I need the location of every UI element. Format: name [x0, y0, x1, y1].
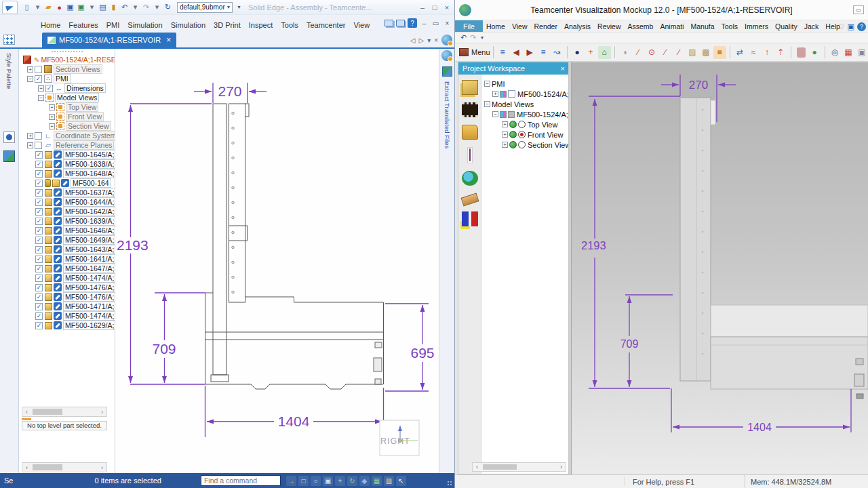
visibility-checkbox[interactable]: ✓ — [35, 256, 43, 263]
pan-arrows-icon[interactable]: ⇄ — [734, 46, 747, 59]
scrollbar-track[interactable] — [31, 463, 98, 472]
resize-grip[interactable] — [447, 481, 453, 487]
ribbon-tab-3d-print[interactable]: 3D Print — [210, 18, 245, 33]
menu-tools[interactable]: Tools — [718, 20, 742, 32]
tv-qat-dropdown-icon[interactable]: ▼ — [479, 35, 484, 40]
solid-cube-icon[interactable]: ■ — [713, 46, 726, 59]
style-palette-tab[interactable]: Style Palette — [5, 53, 13, 89]
expand-icon[interactable]: + — [49, 114, 55, 120]
part-row[interactable]: ✓MF500-1637/A; — [20, 188, 115, 197]
switch-windows-icon[interactable] — [396, 20, 405, 26]
new-dropdown-icon[interactable]: ▾ — [33, 2, 43, 12]
ribbon-tab-features[interactable]: Features — [64, 18, 102, 33]
part-row[interactable]: ✓MF500-1646/A; — [20, 226, 115, 235]
variables-icon[interactable]: ↻ — [163, 2, 173, 12]
document-tab-close-icon[interactable]: × — [166, 35, 171, 45]
expand-icon[interactable]: + — [27, 66, 33, 73]
settings-icon[interactable] — [3, 131, 15, 143]
measurement-icon[interactable] — [460, 193, 479, 207]
expand-icon[interactable]: + — [492, 91, 498, 97]
pathfinder-scrollbar-2[interactable]: ‹ › — [22, 462, 107, 472]
tree-node-model-views[interactable]: −Model Views — [20, 93, 115, 102]
visibility-checkbox[interactable]: ✓ — [35, 303, 43, 310]
ray-icon[interactable]: ∕ — [673, 46, 686, 59]
visibility-checkbox[interactable]: ✓ — [35, 218, 43, 225]
visibility-checkbox[interactable] — [35, 132, 42, 140]
ws-node-mf500-1524-a-1-[interactable]: −MF500-1524/A;1- — [481, 109, 568, 119]
undo-dropdown-icon[interactable]: ▾ — [130, 2, 140, 12]
favorites-icon[interactable]: ♡ — [838, 22, 845, 31]
expand-icon[interactable]: + — [27, 133, 33, 139]
save-icon[interactable]: ▣ — [65, 2, 75, 12]
redo-dropdown-icon[interactable]: ▾ — [152, 2, 162, 12]
part-row[interactable]: ✓MF500-1647/A; — [20, 264, 115, 273]
preset-combobox[interactable]: default,9ubmor ▾ — [177, 2, 233, 13]
center-circle-icon[interactable]: ⊙ — [646, 46, 658, 59]
ribbon-close-icon[interactable]: × — [443, 20, 452, 27]
arrow-up-icon[interactable]: ↑ — [761, 46, 774, 59]
expand-icon[interactable]: − — [27, 76, 33, 82]
tree-node-section-views[interactable]: +Section Views — [20, 64, 115, 74]
ws-node-mf500-1524-a-1-[interactable]: +MF500-1524/A;1- — [481, 89, 568, 99]
part-row[interactable]: ✓MF500-1641/A; — [20, 254, 115, 264]
expand-icon[interactable]: + — [38, 85, 44, 92]
expand-icon[interactable]: + — [49, 104, 55, 110]
extract-files-icon[interactable] — [442, 66, 452, 77]
shaded-sphere-icon[interactable]: ● — [571, 46, 584, 59]
database-view-selected[interactable] — [467, 147, 473, 163]
part-row[interactable]: ✓MF500-1649/A; — [20, 235, 115, 245]
tv-redo-icon[interactable]: ↷ — [470, 34, 476, 41]
tv-undo-icon[interactable]: ↶ — [460, 34, 467, 41]
item-checkbox[interactable] — [508, 90, 515, 98]
expand-icon[interactable]: + — [49, 123, 55, 129]
visibility-checkbox[interactable]: ✓ — [35, 199, 43, 206]
part-row[interactable]: ✓MF500-1474/A; — [20, 273, 115, 283]
extract-files-tab[interactable]: Extract Translated Files — [443, 81, 451, 148]
expand-icon[interactable]: − — [484, 81, 490, 87]
ghost-icon[interactable]: ◑ — [618, 46, 631, 59]
visibility-checkbox[interactable]: ✓ — [45, 85, 53, 92]
outline-icon[interactable]: ≡ — [496, 46, 509, 59]
expand-icon[interactable]: + — [502, 131, 508, 138]
pin-icon[interactable]: ▼ — [237, 5, 241, 9]
arrow-dashed-icon[interactable]: ⇡ — [774, 46, 787, 59]
part-row[interactable]: ✓MF500-1476/A; — [20, 292, 115, 302]
menu-assemb[interactable]: Assemb — [625, 20, 657, 32]
minimize-icon[interactable]: – — [416, 3, 429, 12]
help-icon[interactable]: ? — [408, 18, 417, 28]
scroll-right-icon[interactable]: › — [98, 409, 106, 415]
tree-node-section-view[interactable]: +Section View — [20, 121, 115, 131]
select-icon[interactable]: ↖ — [396, 476, 406, 486]
part-row[interactable]: ✓MF500-1644/A; — [20, 197, 115, 207]
visibility-checkbox[interactable]: ✓ — [35, 246, 43, 253]
tv-help-icon[interactable]: ? — [857, 22, 866, 31]
save-translated-icon[interactable]: ▣ — [76, 2, 86, 12]
command-go-icon[interactable]: → — [286, 476, 296, 486]
workspace-scrollbar[interactable]: ‹ › — [472, 462, 566, 472]
shaded-cube-icon[interactable]: ▩ — [700, 46, 713, 59]
property-manager-icon[interactable]: ▤ — [98, 2, 108, 12]
visibility-checkbox[interactable]: ✓ — [35, 237, 43, 244]
material-ball-icon[interactable]: ● — [54, 2, 64, 12]
view-overrides-icon[interactable]: ▦ — [372, 476, 382, 486]
visibility-checkbox[interactable]: ✓ — [35, 151, 43, 159]
scrollbar-track[interactable] — [31, 407, 98, 416]
menu-manufa[interactable]: Manufa — [687, 20, 717, 32]
visibility-checkbox[interactable]: ✓ — [35, 284, 43, 291]
common-views-icon[interactable]: ◆ — [359, 476, 370, 486]
panel-drag-handle[interactable] — [52, 51, 83, 52]
ribbon-tab-view[interactable]: View — [349, 18, 374, 33]
scrollbar-thumb[interactable] — [33, 464, 62, 470]
tab-next-icon[interactable]: ▷ — [418, 37, 424, 44]
menu-jack[interactable]: Jack — [801, 20, 823, 32]
visibility-checkbox[interactable]: ✓ — [35, 322, 43, 329]
visibility-checkbox[interactable]: ✓ — [35, 170, 43, 178]
visibility-checkbox[interactable]: ✓ — [35, 265, 43, 272]
tree-node-reference-planes[interactable]: +▱Reference Planes — [20, 140, 115, 150]
part-row[interactable]: ✓MF500-1638/A; — [20, 159, 115, 169]
tree-node-front-view[interactable]: +Front View — [20, 112, 115, 121]
maximize-icon[interactable]: □ — [429, 3, 441, 12]
menu-home[interactable]: Home — [483, 20, 509, 32]
home-view-icon[interactable]: ⌂ — [598, 46, 611, 59]
part-row[interactable]: ✓MF500-1648/A; — [20, 169, 115, 178]
